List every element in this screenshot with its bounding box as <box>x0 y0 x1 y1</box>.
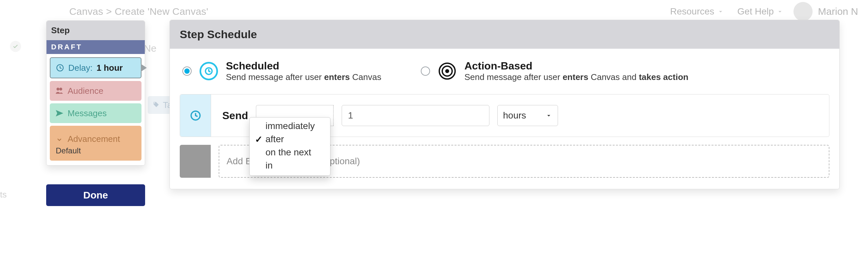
sidebar-title: Step <box>46 21 145 40</box>
sidebar-item-delay[interactable]: Delay: 1 hour <box>50 57 142 78</box>
radio-dot <box>184 69 190 74</box>
option-scheduled[interactable]: Scheduled Send message after user enters… <box>182 60 381 82</box>
dropdown-label: after <box>266 134 284 145</box>
row-leading-icon <box>180 95 211 137</box>
ghost-text-ne: Ne <box>144 43 156 54</box>
dropdown-label: on the next <box>266 147 311 158</box>
action-based-title: Action-Based <box>464 60 688 72</box>
sidebar-item-messages[interactable]: Messages <box>50 103 142 123</box>
messages-label: Messages <box>68 108 107 118</box>
delay-value: 1 hour <box>97 63 123 73</box>
paper-plane-icon <box>55 109 64 117</box>
delay-label: Delay: <box>68 63 93 73</box>
ghost-check-icon <box>10 41 21 52</box>
arrow-down-icon <box>55 135 64 143</box>
scheduled-title: Scheduled <box>226 60 381 72</box>
scheduled-desc: Send message after user enters Canvas <box>226 72 381 82</box>
caret-down-icon <box>545 112 552 119</box>
users-icon <box>55 86 64 95</box>
step-sidebar: Step DRAFT Delay: 1 hour Audience <box>46 21 145 165</box>
check-icon: ✓ <box>255 134 262 145</box>
avatar[interactable] <box>794 2 813 21</box>
chevron-down-icon <box>717 8 724 15</box>
delay-unit-select[interactable]: hours <box>497 105 558 126</box>
dropdown-label: in <box>266 160 273 171</box>
exception-leading <box>180 145 211 178</box>
send-label: Send <box>222 110 248 122</box>
sidebar-item-audience[interactable]: Audience <box>50 81 142 101</box>
option-action-based[interactable]: Action-Based Send message after user ent… <box>421 60 688 82</box>
dropdown-item-on-the-next[interactable]: on the next <box>253 146 327 159</box>
dropdown-item-after[interactable]: ✓ after <box>253 133 327 146</box>
audience-label: Audience <box>68 86 103 96</box>
sidebar-item-advancement[interactable]: Advancement Default <box>50 126 142 161</box>
action-based-desc: Send message after user enters Canvas an… <box>464 72 688 82</box>
advancement-sub: Default <box>56 146 81 155</box>
resources-label: Resources <box>670 6 714 17</box>
done-button[interactable]: Done <box>46 184 145 206</box>
panel-title: Step Schedule <box>170 20 839 49</box>
resources-link[interactable]: Resources <box>670 6 724 17</box>
sidebar-status: DRAFT <box>46 40 145 54</box>
tag-icon <box>152 101 160 109</box>
selected-notch <box>141 64 147 72</box>
ghost-text-ts: ts <box>0 190 7 200</box>
radio-scheduled[interactable] <box>182 67 192 76</box>
delay-number-input[interactable] <box>342 105 489 126</box>
get-help-link[interactable]: Get Help <box>737 6 784 17</box>
send-when-dropdown: immediately ✓ after on the next in <box>249 117 331 176</box>
get-help-label: Get Help <box>737 6 774 17</box>
breadcrumb: Canvas > Create 'New Canvas' <box>69 6 208 17</box>
target-icon <box>438 62 457 80</box>
advancement-label: Advancement <box>68 134 120 144</box>
user-display-name: Marion N <box>818 6 858 17</box>
unit-value: hours <box>503 110 526 121</box>
dropdown-label: immediately <box>266 121 315 131</box>
clock-icon <box>56 64 64 72</box>
dropdown-item-in[interactable]: in <box>253 159 327 172</box>
chevron-down-icon <box>776 8 783 15</box>
svg-point-4 <box>445 69 449 73</box>
radio-action-based[interactable] <box>421 67 430 76</box>
dropdown-item-immediately[interactable]: immediately <box>253 119 327 133</box>
clock-icon <box>199 62 218 80</box>
